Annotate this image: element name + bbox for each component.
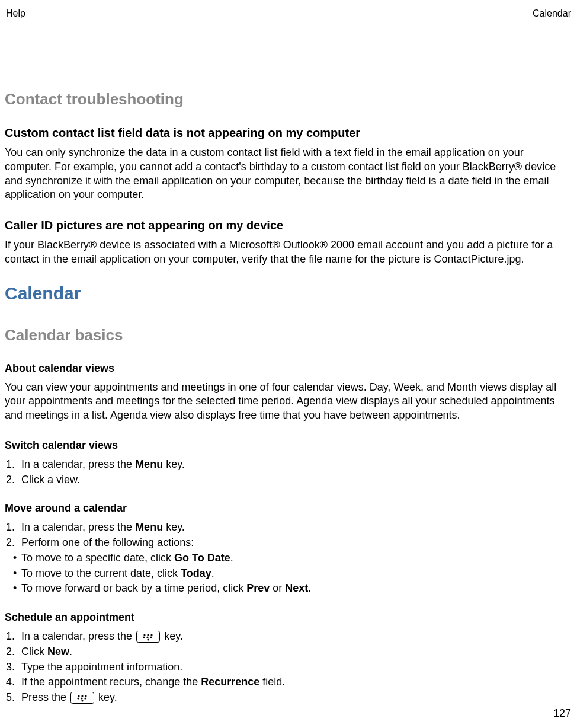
step-number: 2.: [5, 645, 21, 659]
text: or: [270, 582, 285, 594]
bold-text: Go To Date: [174, 552, 230, 564]
text: To move to the current date, click: [21, 567, 181, 579]
step-number: 1.: [5, 521, 21, 535]
heading-caller-id-pictures: Caller ID pictures are not appearing on …: [5, 219, 572, 232]
text: .: [211, 567, 214, 579]
svg-point-2: [148, 634, 149, 636]
step-content: If the appointment recurs, change the Re…: [21, 675, 572, 689]
text: To move forward or back by a time period…: [21, 582, 246, 594]
page-header: Help Calendar: [5, 8, 572, 19]
step-content: Click New.: [21, 645, 572, 659]
svg-point-12: [77, 698, 79, 700]
bullet-content: To move forward or back by a time period…: [21, 582, 572, 596]
bold-text: Menu: [135, 458, 163, 470]
list-item: 3. Type the appointment information.: [5, 660, 572, 675]
section-contact-troubleshooting: Contact troubleshooting: [5, 90, 572, 108]
step-number: 5.: [5, 691, 21, 705]
text: .: [308, 582, 311, 594]
heading-schedule-appointment: Schedule an appointment: [5, 611, 572, 624]
list-item: 5. Press the key.: [5, 691, 572, 705]
bullet-content: To move to the current date, click Today…: [21, 567, 572, 581]
step-content: Click a view.: [21, 473, 572, 487]
step-number: 2.: [5, 473, 21, 487]
bold-text: Prev: [246, 582, 270, 594]
blackberry-menu-key-icon: [136, 631, 160, 643]
text: If the appointment recurs, change the: [21, 676, 201, 688]
body-caller-id-pictures: If your BlackBerry® device is associated…: [5, 238, 572, 267]
list-item: • To move to the current date, click Tod…: [5, 567, 572, 581]
text: key.: [163, 458, 185, 470]
list-item: 2. Click a view.: [5, 473, 572, 487]
bold-text: Today: [181, 567, 211, 579]
bullet: •: [5, 551, 21, 566]
svg-point-15: [81, 700, 83, 702]
step-content: Type the appointment information.: [21, 660, 572, 675]
text: In a calendar, press the: [21, 521, 135, 533]
svg-point-1: [144, 634, 146, 636]
svg-point-9: [78, 695, 79, 697]
text: key.: [95, 691, 117, 703]
text: To move to a specific date, click: [21, 552, 174, 564]
list-switch-calendar-views: 1. In a calendar, press the Menu key. 2.…: [5, 458, 572, 487]
svg-point-6: [150, 637, 152, 638]
section-calendar-basics: Calendar basics: [5, 326, 572, 344]
step-number: 3.: [5, 660, 21, 675]
step-content: In a calendar, press the key.: [21, 630, 572, 644]
body-custom-contact-field: You can only synchronize the data in a c…: [5, 146, 572, 202]
heading-move-around-calendar: Move around a calendar: [5, 502, 572, 515]
bold-text: Menu: [135, 521, 163, 533]
svg-point-3: [151, 634, 153, 636]
heading-about-calendar-views: About calendar views: [5, 362, 572, 375]
heading-custom-contact-field: Custom contact list field data is not ap…: [5, 126, 572, 140]
step-number: 2.: [5, 536, 21, 550]
step-content: Press the key.: [21, 691, 572, 705]
header-right: Calendar: [533, 8, 571, 19]
header-left: Help: [6, 8, 25, 19]
text: In a calendar, press the: [21, 458, 135, 470]
svg-point-13: [81, 698, 82, 700]
list-item: 1. In a calendar, press the Menu key.: [5, 521, 572, 535]
svg-point-5: [147, 637, 149, 638]
step-content: In a calendar, press the Menu key.: [21, 458, 572, 472]
heading-switch-calendar-views: Switch calendar views: [5, 439, 572, 452]
text: key.: [163, 521, 185, 533]
text: .: [69, 646, 72, 657]
bold-text: New: [47, 646, 69, 657]
page-number: 127: [553, 707, 571, 720]
bold-text: Next: [285, 582, 308, 594]
blackberry-menu-key-icon: [70, 692, 94, 704]
body-about-calendar-views: You can view your appointments and meeti…: [5, 381, 572, 423]
bold-text: Recurrence: [201, 676, 259, 688]
step-content: Perform one of the following actions:: [21, 536, 572, 550]
step-number: 1.: [5, 630, 21, 644]
svg-point-14: [84, 698, 86, 700]
text: key.: [161, 630, 183, 642]
list-item: 2. Click New.: [5, 645, 572, 659]
svg-point-7: [148, 639, 149, 641]
list-item: 1. In a calendar, press the Menu key.: [5, 458, 572, 472]
step-number: 1.: [5, 458, 21, 472]
svg-point-10: [81, 695, 83, 697]
step-content: In a calendar, press the Menu key.: [21, 521, 572, 535]
bullet-list: • To move to a specific date, click Go T…: [5, 551, 572, 596]
step-number: 4.: [5, 675, 21, 689]
bullet-content: To move to a specific date, click Go To …: [21, 551, 572, 566]
text: Press the: [21, 691, 69, 703]
list-item: 4. If the appointment recurs, change the…: [5, 675, 572, 689]
list-item: 1. In a calendar, press the key.: [5, 630, 572, 644]
bullet: •: [5, 567, 21, 581]
text: .: [230, 552, 233, 564]
svg-point-11: [85, 695, 86, 697]
text: Click: [21, 646, 47, 657]
list-item: • To move forward or back by a time peri…: [5, 582, 572, 596]
list-move-around-calendar: 1. In a calendar, press the Menu key. 2.…: [5, 521, 572, 596]
list-item: • To move to a specific date, click Go T…: [5, 551, 572, 566]
list-item: 2. Perform one of the following actions:: [5, 536, 572, 550]
feature-title-calendar: Calendar: [5, 283, 572, 304]
text: field.: [259, 676, 285, 688]
bullet: •: [5, 582, 21, 596]
text: In a calendar, press the: [21, 630, 135, 642]
svg-point-4: [143, 637, 145, 638]
list-schedule-appointment: 1. In a calendar, press the key. 2. Clic…: [5, 630, 572, 705]
